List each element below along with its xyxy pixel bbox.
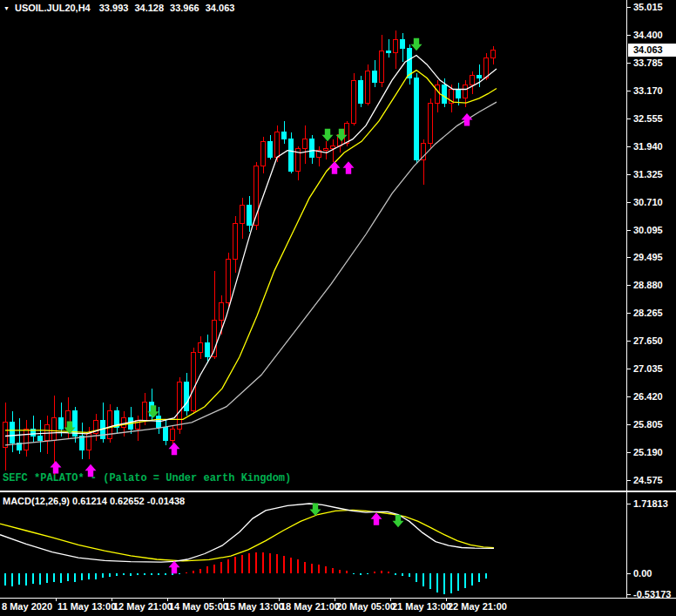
price-tick-mark [627, 35, 631, 36]
price-tick-mark [627, 202, 631, 203]
price-tick-mark [627, 313, 631, 314]
bear-candle-body [38, 437, 43, 441]
macd-buy-arrow-icon [371, 512, 382, 525]
sell-signal-arrow-icon [411, 38, 422, 51]
bull-candle-body [52, 418, 57, 441]
price-tick-label: 33.785 [633, 58, 663, 68]
macd-tick-label: 1.71813 [633, 498, 668, 509]
price-tick-label: 29.495 [633, 252, 663, 262]
price-tick-mark [627, 257, 631, 258]
bear-candle-body [80, 437, 84, 450]
price-tick-mark [627, 146, 631, 147]
price-tick-label: 25.805 [633, 419, 663, 430]
mt4-chart-window: { "ui": { "title": { "dropdown_icon": "▼… [0, 0, 676, 616]
bull-candle-body [484, 58, 489, 78]
price-tick-label: 35.015 [633, 2, 663, 12]
bull-candle-body [324, 148, 328, 151]
bear-candle-body [206, 343, 210, 357]
bear-candle-body [359, 80, 363, 103]
bear-candle-body [10, 423, 15, 443]
bear-candle-body [456, 90, 461, 98]
time-tick-label: 15 May 13:00 [225, 601, 284, 612]
bear-candle-body [387, 51, 391, 53]
price-tick-label: 31.325 [633, 169, 663, 179]
bear-candle-body [268, 141, 273, 157]
bull-candle-body [171, 430, 175, 441]
price-tick-mark [627, 369, 631, 369]
price-tick-label: 34.400 [633, 30, 663, 40]
bear-candle-body [289, 139, 294, 171]
buy-signal-arrow-icon [343, 161, 355, 174]
current-price-label: 34.063 [628, 44, 676, 57]
bear-candle-body [247, 205, 252, 225]
price-tick-mark [627, 230, 631, 231]
bull-candle-body [199, 343, 203, 352]
ma-fast-line [5, 56, 497, 437]
price-tick-label: 28.880 [633, 280, 663, 290]
bull-candle-body [261, 141, 266, 166]
bear-candle-body [310, 139, 314, 158]
bear-candle-body [415, 78, 419, 160]
time-axis[interactable]: 8 May 202011 May 13:0012 May 21:0014 May… [0, 599, 676, 616]
bull-candle-body [366, 71, 370, 103]
quote-open: 33.993 [99, 3, 129, 13]
macd-indicator-label: MACD(12,26,9) 0.61214 0.62652 -0.01438 [3, 496, 185, 506]
bear-candle-body [282, 132, 287, 139]
panel-separator[interactable] [0, 491, 676, 492]
bull-candle-body [470, 76, 475, 85]
macd-tick-mark [627, 573, 631, 574]
price-tick-label: 33.170 [633, 85, 663, 96]
price-tick-label: 30.095 [633, 225, 663, 235]
price-tick-mark [627, 285, 631, 286]
macd-chart-canvas[interactable] [0, 492, 626, 598]
bull-candle-body [3, 423, 8, 448]
time-tick-label: 22 May 21:00 [448, 601, 507, 612]
bull-candle-body [331, 146, 335, 149]
macd-tick-mark [627, 504, 631, 504]
price-tick-mark [627, 91, 631, 91]
price-tick-mark [627, 480, 631, 481]
bull-candle-body [240, 205, 245, 223]
bull-candle-body [436, 85, 440, 103]
time-axis-line [0, 598, 676, 599]
bear-candle-body [373, 71, 377, 83]
bull-candle-body [491, 51, 496, 58]
time-tick-label: 20 May 05:00 [336, 601, 395, 612]
chart-title: ▼ USOIL.JUL20,H4 33.993 34.128 33.966 34… [3, 3, 240, 13]
symbol-period-label: USOIL.JUL20,H4 [15, 3, 91, 13]
macd-tick-label: 0.00 [633, 568, 652, 579]
bull-candle-body [143, 403, 147, 421]
macd-tick-mark [627, 594, 631, 595]
time-tick-label: 11 May 13:00 [57, 601, 116, 612]
macd-histogram [5, 552, 493, 595]
bull-candle-body [24, 430, 29, 450]
bull-candle-body [394, 39, 398, 53]
price-tick-mark [627, 174, 631, 175]
macd-signal-line [0, 510, 494, 560]
bear-candle-body [59, 418, 64, 430]
price-tick-mark [627, 118, 631, 119]
bull-candle-body [192, 352, 196, 411]
main-chart-canvas[interactable] [0, 0, 626, 491]
price-tick-label: 31.940 [633, 141, 663, 152]
macd-value-scale[interactable]: 1.718130.00-0.53173 [626, 492, 676, 598]
bull-candle-body [352, 80, 356, 123]
buy-signal-arrow-icon [51, 461, 62, 474]
bull-candle-body [233, 223, 238, 260]
bull-candle-body [463, 85, 468, 98]
macd-buy-arrow-icon [169, 561, 180, 574]
quote-low: 33.966 [170, 3, 199, 13]
buy-signal-arrow-icon [329, 161, 341, 174]
price-tick-mark [627, 7, 631, 8]
price-tick-label: 27.650 [633, 335, 663, 346]
main-price-scale[interactable]: 34.063 35.01534.40033.78533.17032.55531.… [626, 0, 676, 491]
price-tick-label: 30.710 [633, 197, 663, 207]
quote-close: 34.063 [206, 3, 235, 13]
bear-candle-body [477, 76, 482, 78]
symbol-dropdown-icon: ▼ [3, 5, 10, 11]
price-tick-label: 27.035 [633, 363, 663, 374]
bull-candle-body [226, 260, 231, 302]
bull-candle-body [178, 382, 182, 430]
time-tick-label: 21 May 13:00 [392, 601, 451, 612]
bull-candle-body [122, 418, 126, 427]
